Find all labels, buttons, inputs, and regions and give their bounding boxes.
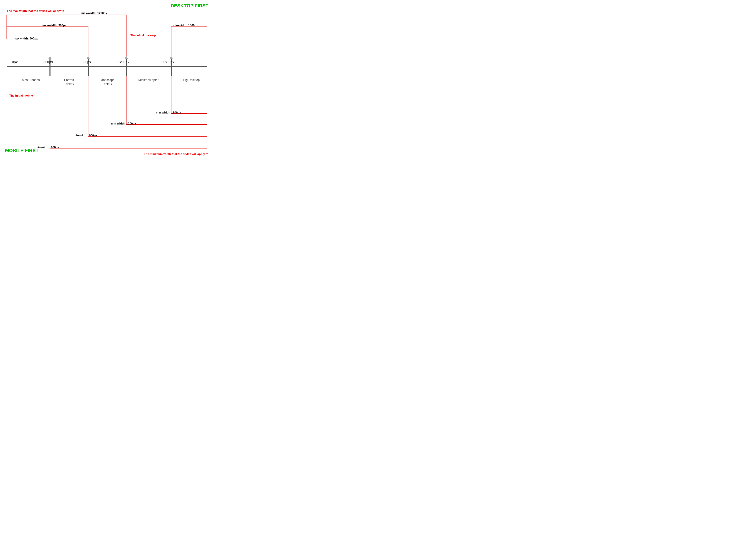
tick-label-600: 600px bbox=[44, 60, 53, 64]
min-width-1200-label: min-width: 1200px bbox=[111, 122, 136, 125]
initial-desktop-label: The initial desktop bbox=[130, 34, 156, 37]
section-desktop-laptop: Desktop/Laptop bbox=[138, 78, 159, 82]
desktop-first-label: DESKTOP FIRST bbox=[171, 3, 208, 8]
max-width-desc-label: The max width that the styles will apply… bbox=[7, 9, 64, 13]
tick-label-900: 900px bbox=[82, 60, 91, 64]
min-width-900-label: min-width: 900px bbox=[74, 134, 97, 137]
min-width-desc-label: The minimum width that the styles will a… bbox=[144, 152, 208, 156]
max-width-1200-label: max-width: 1200px bbox=[81, 12, 107, 15]
arrow-600 bbox=[48, 56, 52, 59]
section-most-phones: Most Phones bbox=[22, 78, 40, 82]
section-portrait-tablets: PortraitTablets bbox=[64, 78, 74, 86]
min-width-600-label: min-width: 600px bbox=[36, 146, 59, 149]
arrow-1200 bbox=[124, 56, 128, 59]
tick-label-1200: 1200px bbox=[118, 60, 129, 64]
arrow-900 bbox=[86, 56, 90, 59]
max-width-900-label: max-width: 900px bbox=[42, 24, 67, 27]
max-width-600-label: max-width: 600px bbox=[14, 37, 38, 40]
tick-label-1800: 1800px bbox=[163, 60, 174, 64]
section-big-desktop: Big Desktop bbox=[183, 78, 200, 82]
min-width-1800-label-bottom: min-width: 1800px bbox=[156, 111, 181, 114]
min-width-1800-label-top: min-width: 1800px bbox=[173, 24, 198, 27]
arrow-1800 bbox=[169, 56, 173, 59]
initial-mobile-label: The initial mobile bbox=[9, 94, 33, 97]
mobile-first-label: MOBILE FIRST bbox=[5, 148, 39, 153]
diagram: DESKTOP FIRST MOBILE FIRST bbox=[0, 0, 213, 163]
section-landscape-tablets: LandscapeTablets bbox=[100, 78, 114, 86]
timeline-line bbox=[7, 66, 207, 67]
tick-label-0: 0px bbox=[12, 60, 18, 64]
